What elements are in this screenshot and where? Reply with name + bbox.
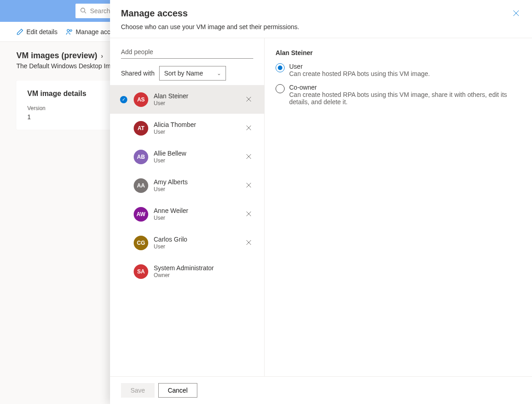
person-name: Amy Alberts <box>154 178 239 186</box>
person-info: Alicia ThomberUser <box>154 121 239 136</box>
check-icon: ✓ <box>120 96 127 103</box>
sort-dropdown[interactable]: Sort by Name ⌄ <box>159 66 226 81</box>
permission-options: UserCan create hosted RPA bots using thi… <box>276 63 521 112</box>
svg-point-2 <box>67 29 70 31</box>
person-name: Anne Weiler <box>154 207 239 215</box>
person-role: Owner <box>154 272 253 279</box>
person-info: Carlos GriloUser <box>154 235 239 251</box>
people-column: Shared with Sort by Name ⌄ ✓ASAlan Stein… <box>110 38 265 376</box>
person-name: Allie Bellew <box>154 149 239 157</box>
shared-with-label: Shared with <box>121 70 155 77</box>
permission-label: Co-owner <box>289 84 521 91</box>
svg-line-1 <box>85 11 86 13</box>
permission-column: Alan Steiner UserCan create hosted RPA b… <box>265 38 532 376</box>
person-info: Anne WeilerUser <box>154 207 239 222</box>
sort-value: Sort by Name <box>164 70 203 77</box>
person-role: User <box>154 157 239 165</box>
chevron-right-icon: › <box>101 52 103 60</box>
remove-person-button[interactable] <box>244 125 253 132</box>
person-role: User <box>154 129 239 136</box>
remove-person-button[interactable] <box>244 153 253 161</box>
remove-person-button[interactable] <box>244 182 253 189</box>
person-name: Carlos Grilo <box>154 235 239 243</box>
radio-icon <box>276 63 285 72</box>
remove-person-button[interactable] <box>244 211 253 218</box>
selection-check: ✓ <box>119 96 128 103</box>
person-name: Alan Steiner <box>154 92 239 100</box>
permission-description: Can create hosted RPA bots using this VM… <box>289 70 430 77</box>
svg-point-0 <box>81 8 85 12</box>
radio-icon <box>276 84 285 93</box>
panel-footer: Save Cancel <box>110 376 532 404</box>
person-role: User <box>154 186 239 193</box>
breadcrumb-root[interactable]: VM images (preview) <box>16 51 97 61</box>
panel-body: Shared with Sort by Name ⌄ ✓ASAlan Stein… <box>110 38 532 376</box>
avatar: AA <box>134 178 148 193</box>
person-info: Allie BellewUser <box>154 149 239 165</box>
person-row[interactable]: AWAnne WeilerUser <box>110 200 264 228</box>
person-row[interactable]: ATAlicia ThomberUser <box>110 114 264 142</box>
permission-text: Co-ownerCan create hosted RPA bots using… <box>289 84 521 106</box>
shared-with-row: Shared with Sort by Name ⌄ <box>121 66 253 81</box>
panel-title: Manage access <box>121 8 188 19</box>
edit-details-button[interactable]: Edit details <box>16 28 57 35</box>
avatar: CG <box>134 236 148 250</box>
person-info: Alan SteinerUser <box>154 92 239 107</box>
remove-person-button[interactable] <box>244 96 253 103</box>
permission-text: UserCan create hosted RPA bots using thi… <box>289 63 430 77</box>
person-role: User <box>154 100 239 107</box>
remove-person-button[interactable] <box>244 239 253 247</box>
people-list: ✓ASAlan SteinerUserATAlicia ThomberUserA… <box>110 85 264 286</box>
save-button[interactable]: Save <box>121 383 155 398</box>
person-role: User <box>154 215 239 222</box>
person-row[interactable]: SASystem AdministratorOwner <box>110 257 264 286</box>
person-row[interactable]: AAAmy AlbertsUser <box>110 171 264 200</box>
person-name: System Administrator <box>154 264 253 272</box>
panel-header: Manage access <box>110 0 532 23</box>
avatar: AT <box>134 121 148 136</box>
person-info: Amy AlbertsUser <box>154 178 239 193</box>
add-people-input[interactable] <box>121 45 253 59</box>
manage-access-panel: Manage access Choose who can use your VM… <box>110 0 532 404</box>
chevron-down-icon: ⌄ <box>217 71 221 76</box>
person-row[interactable]: ABAllie BellewUser <box>110 142 264 171</box>
person-row[interactable]: CGCarlos GriloUser <box>110 228 264 257</box>
search-icon <box>80 7 86 15</box>
person-role: User <box>154 243 239 251</box>
permission-description: Can create hosted RPA bots using this VM… <box>289 91 521 106</box>
person-name: Alicia Thomber <box>154 121 239 129</box>
permission-label: User <box>289 63 430 70</box>
search-placeholder: Search <box>90 7 110 15</box>
panel-description: Choose who can use your VM image and set… <box>110 23 532 38</box>
permission-option[interactable]: UserCan create hosted RPA bots using thi… <box>276 63 521 77</box>
avatar: AB <box>134 150 148 164</box>
svg-point-3 <box>70 30 72 31</box>
person-info: System AdministratorOwner <box>154 264 253 279</box>
person-row[interactable]: ✓ASAlan SteinerUser <box>110 85 264 114</box>
avatar: SA <box>134 264 148 279</box>
avatar: AS <box>134 92 148 107</box>
permission-option[interactable]: Co-ownerCan create hosted RPA bots using… <box>276 84 521 106</box>
edit-details-label: Edit details <box>26 28 57 35</box>
close-button[interactable] <box>511 8 521 20</box>
cancel-button[interactable]: Cancel <box>158 383 197 398</box>
selected-person-name: Alan Steiner <box>276 49 521 56</box>
avatar: AW <box>134 207 148 222</box>
